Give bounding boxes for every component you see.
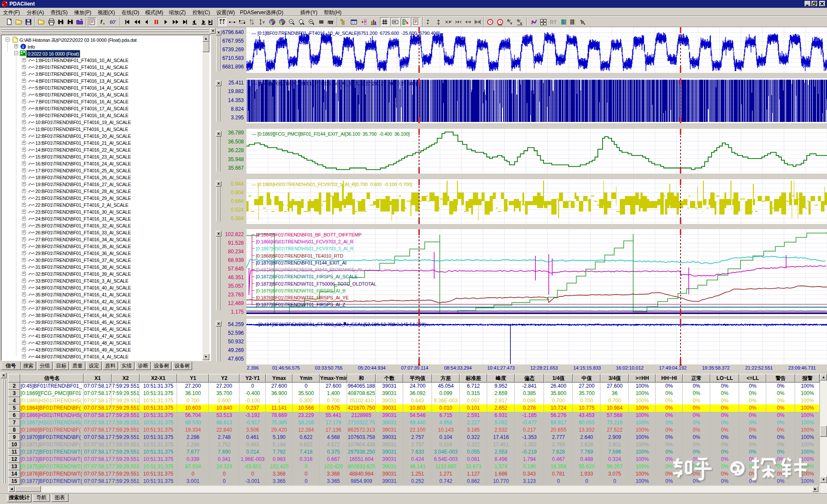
svg-text:i: i — [22, 44, 24, 49]
svg-text:Y: Y — [262, 20, 265, 25]
svg-text:RT: RT — [550, 19, 557, 25]
svg-text:All: All — [300, 23, 302, 25]
svg-text:Y: Y — [510, 22, 513, 25]
svg-text:Y: Y — [427, 19, 429, 23]
svg-text:f: f — [100, 19, 103, 25]
svg-text:60′: 60′ — [110, 19, 116, 25]
svg-text:x: x — [103, 22, 105, 25]
